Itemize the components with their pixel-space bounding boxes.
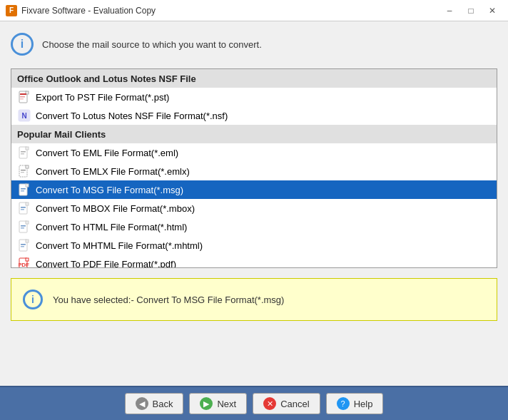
item-icon (17, 184, 31, 195)
list-item[interactable]: Convert To MBOX File Format(*.mbox) (11, 199, 497, 217)
svg-rect-28 (26, 240, 29, 242)
item-label: Convert To HTML File Format(*.html) (36, 222, 187, 232)
next-label: Next (217, 399, 236, 409)
item-label: Convert To MSG File Format(*.msg) (36, 185, 183, 195)
svg-rect-32 (26, 258, 29, 261)
header-info-icon: i (11, 33, 34, 56)
list-item[interactable]: NConvert To Lotus Notes NSF File Format(… (11, 106, 497, 125)
back-button[interactable]: ◀ Back (125, 393, 184, 414)
svg-rect-26 (21, 227, 24, 229)
item-icon (17, 221, 31, 232)
svg-rect-21 (21, 207, 26, 208)
info-box-icon: i (23, 290, 43, 309)
window-controls: – □ ✕ (440, 4, 502, 18)
item-label: Convert To MBOX File Format(*.mbox) (36, 203, 195, 214)
help-button[interactable]: ? Help (326, 393, 384, 414)
info-box-text: You have selected:- Convert To MSG File … (53, 294, 284, 305)
svg-rect-24 (26, 221, 29, 224)
cancel-label: Cancel (280, 399, 309, 409)
item-icon: N (17, 110, 31, 121)
back-label: Back (153, 399, 173, 409)
svg-rect-9 (21, 151, 26, 153)
next-button[interactable]: ▶ Next (189, 393, 247, 414)
back-icon: ◀ (136, 397, 148, 410)
svg-rect-3 (20, 96, 25, 98)
item-icon (17, 165, 31, 177)
app-icon: F (6, 5, 17, 16)
item-icon: PDF (17, 258, 31, 268)
svg-rect-2 (20, 93, 26, 95)
item-icon (17, 91, 31, 103)
list-item[interactable]: Export To PST File Format(*.pst) (11, 88, 497, 106)
list-item[interactable]: Convert To EML File Format(*.eml) (11, 143, 497, 162)
list-item[interactable]: PDFConvert To PDF File Format(*.pdf) (11, 255, 497, 268)
svg-rect-16 (26, 184, 29, 187)
svg-rect-12 (26, 165, 29, 168)
item-icon (17, 147, 31, 158)
svg-rect-22 (21, 209, 24, 210)
bottom-bar: ◀ Back ▶ Next ✕ Cancel ? Help (0, 386, 508, 420)
help-icon: ? (337, 397, 350, 410)
item-label: Convert To MHTML File Format(*.mhtml) (36, 240, 203, 251)
list-item[interactable]: Convert To MHTML File Format(*.mhtml) (11, 236, 497, 255)
cancel-icon: ✕ (263, 397, 276, 410)
svg-rect-18 (21, 190, 24, 192)
svg-text:N: N (21, 112, 26, 120)
next-icon: ▶ (200, 397, 213, 410)
format-list[interactable]: Office Outlook and Lotus Notes NSF FileE… (11, 68, 497, 268)
item-label: Export To PST File Format(*.pst) (36, 92, 169, 103)
list-item[interactable]: Convert To MSG File Format(*.msg) (11, 180, 497, 199)
svg-rect-30 (21, 246, 24, 247)
svg-rect-10 (21, 153, 24, 155)
main-content: i Choose the mail source to which you wa… (0, 21, 508, 335)
svg-rect-4 (20, 98, 24, 100)
list-item: Office Outlook and Lotus Notes NSF File (11, 69, 497, 88)
item-label: Convert To Lotus Notes NSF File Format(*… (36, 111, 228, 121)
cancel-button[interactable]: ✕ Cancel (253, 393, 320, 414)
list-item[interactable]: Convert To EMLX File Format(*.emlx) (11, 162, 497, 180)
window-title: Fixvare Software - Evaluation Copy (21, 6, 440, 16)
svg-text:PDF: PDF (19, 262, 29, 268)
info-box: i You have selected:- Convert To MSG Fil… (11, 278, 497, 321)
item-label: Office Outlook and Lotus Notes NSF File (17, 73, 196, 84)
svg-rect-8 (26, 147, 29, 150)
header-section: i Choose the mail source to which you wa… (11, 29, 497, 60)
title-bar: F Fixvare Software - Evaluation Copy – □… (0, 0, 508, 21)
svg-rect-13 (21, 170, 26, 170)
item-label: Convert To EML File Format(*.eml) (36, 148, 178, 158)
item-icon (17, 240, 31, 251)
close-button[interactable]: ✕ (482, 4, 502, 18)
svg-rect-29 (21, 244, 26, 245)
header-text: Choose the mail source to which you want… (42, 39, 262, 50)
list-item[interactable]: Convert To HTML File Format(*.html) (11, 217, 497, 236)
svg-rect-25 (21, 225, 26, 227)
item-label: Popular Mail Clients (17, 129, 106, 140)
item-label: Convert To EMLX File Format(*.emlx) (36, 166, 190, 177)
minimize-button[interactable]: – (440, 4, 459, 18)
item-icon (17, 203, 31, 214)
list-item: Popular Mail Clients (11, 125, 497, 143)
svg-rect-20 (26, 203, 29, 205)
item-label: Convert To PDF File Format(*.pdf) (36, 259, 176, 269)
maximize-button[interactable]: □ (461, 4, 481, 18)
svg-rect-14 (21, 172, 24, 173)
help-label: Help (354, 399, 373, 409)
svg-rect-17 (21, 188, 26, 190)
